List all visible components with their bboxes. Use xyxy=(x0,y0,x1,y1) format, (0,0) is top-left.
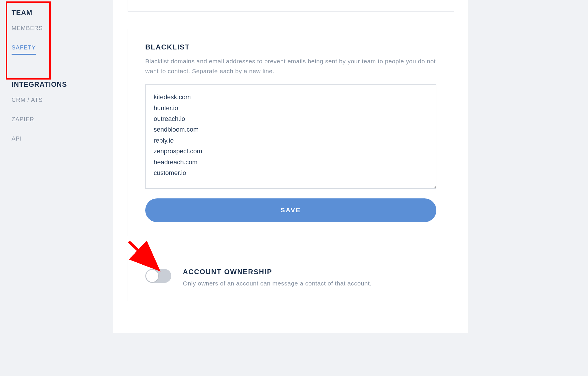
sidebar-heading-team: TEAM xyxy=(12,9,101,17)
blacklist-textarea[interactable] xyxy=(145,84,436,189)
blacklist-card: BLACKLIST Blacklist domains and email ad… xyxy=(128,29,454,236)
sidebar-heading-integrations: INTEGRATIONS xyxy=(12,80,101,89)
previous-card-bottom xyxy=(128,0,454,12)
ownership-card: ACCOUNT OWNERSHIP Only owners of an acco… xyxy=(128,254,454,301)
ownership-title: ACCOUNT OWNERSHIP xyxy=(183,268,436,276)
sidebar-item-crm-ats[interactable]: CRM / ATS xyxy=(12,97,43,103)
sidebar-item-api[interactable]: API xyxy=(12,135,22,142)
content-container: BLACKLIST Blacklist domains and email ad… xyxy=(113,0,469,333)
ownership-description: Only owners of an account can message a … xyxy=(183,280,436,287)
sidebar-item-members[interactable]: MEMBERS xyxy=(12,25,43,32)
sidebar-item-safety[interactable]: SAFETY xyxy=(12,44,36,55)
sidebar-item-zapier[interactable]: ZAPIER xyxy=(12,116,34,123)
save-button[interactable]: SAVE xyxy=(145,198,436,222)
sidebar: TEAM MEMBERS SAFETY INTEGRATIONS CRM / A… xyxy=(0,0,113,376)
ownership-text: ACCOUNT OWNERSHIP Only owners of an acco… xyxy=(183,268,436,287)
blacklist-title: BLACKLIST xyxy=(145,43,436,51)
main-content: BLACKLIST Blacklist domains and email ad… xyxy=(113,0,588,376)
blacklist-description: Blacklist domains and email addresses to… xyxy=(145,56,436,76)
app-layout: TEAM MEMBERS SAFETY INTEGRATIONS CRM / A… xyxy=(0,0,588,376)
toggle-knob xyxy=(146,270,158,282)
ownership-toggle[interactable] xyxy=(145,269,171,283)
